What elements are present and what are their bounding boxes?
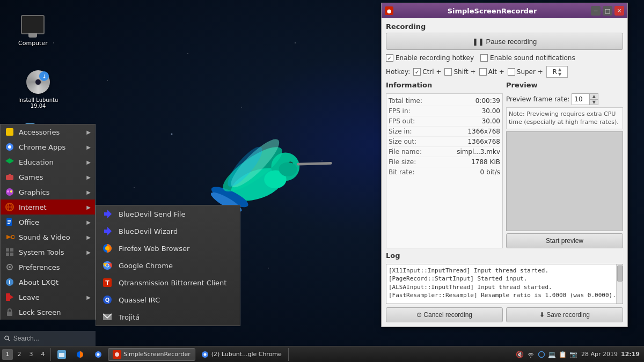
submenu-trojita[interactable]: Trojitá	[96, 308, 240, 326]
quassel-icon: Q	[101, 294, 113, 306]
recording-section: Recording ❚❚ Pause recording	[386, 23, 623, 50]
menu-item-office[interactable]: Office ▶	[1, 215, 95, 230]
svg-point-62	[538, 351, 544, 357]
workspace-1-button[interactable]: 1	[2, 349, 13, 360]
cancel-recording-button[interactable]: ⊙ Cancel recording	[386, 307, 503, 322]
browser2-taskbar-icon	[94, 350, 103, 359]
start-preview-button[interactable]: Start preview	[506, 233, 623, 248]
svg-text:Q: Q	[105, 297, 110, 303]
hotkey-shift-checkbox[interactable]	[444, 68, 452, 76]
chrome-apps-arrow: ▶	[86, 144, 91, 150]
info-file-size: File size: 1788 KiB	[389, 157, 500, 167]
svg-marker-15	[5, 158, 14, 164]
submenu-bluedevil-wizard[interactable]: BlueDevil Wizard	[96, 223, 240, 240]
workspace-2-button[interactable]: 2	[14, 349, 25, 360]
desktop-icon-computer[interactable]: Computer	[16, 10, 50, 49]
submenu-firefox[interactable]: Firefox Web Browser	[96, 240, 240, 257]
svg-rect-55	[59, 353, 64, 357]
install-arrow-icon: ↓	[39, 71, 49, 81]
ssr-window-buttons: ─ □ ✕	[591, 6, 624, 16]
svg-rect-31	[10, 248, 13, 252]
chrome-label: Google Chrome	[119, 262, 173, 270]
svg-point-18	[6, 188, 13, 196]
search-bar[interactable]	[0, 331, 96, 346]
accessories-arrow: ▶	[86, 129, 91, 135]
hotkey-alt-checkbox[interactable]	[479, 68, 487, 76]
chrome-taskbar-label: (2) Lubunt...gle Chrome	[211, 351, 282, 358]
taskbar-ssr-btn[interactable]: SimpleScreenRecorder	[108, 348, 195, 361]
app-menu: Accessories ▶ Chrome Apps ▶ Education ▶ …	[0, 124, 96, 320]
menu-item-preferences[interactable]: Preferences	[1, 260, 95, 275]
log-line-3: [ALSAInput::InputThread] Input thread st…	[389, 283, 620, 291]
menu-item-chrome-apps[interactable]: Chrome Apps ▶	[1, 139, 95, 154]
ssr-app-icon: ●	[385, 6, 393, 15]
quassel-label: Quassel IRC	[119, 296, 160, 304]
submenu-google-chrome[interactable]: Google Chrome	[96, 257, 240, 274]
hotkey-key-input[interactable]: R ▲▼	[546, 66, 568, 78]
enable-sound-checkbox[interactable]	[480, 54, 488, 62]
taskbar-browser1-btn[interactable]	[71, 348, 89, 361]
bluedevil-send-label: BlueDevil Send File	[119, 210, 185, 218]
menu-item-internet[interactable]: Internet ▶	[1, 200, 95, 215]
submenu-transmission[interactable]: T Qtransmission Bittorrent Client	[96, 274, 240, 291]
svg-point-49	[106, 264, 109, 267]
hotkey-ctrl: ✓ Ctrl +	[413, 68, 441, 76]
ssr-titlebar[interactable]: ● SimpleScreenRecorder ─ □ ✕	[382, 3, 627, 18]
log-scrollbar[interactable]	[616, 264, 623, 304]
tray-clipboard-icon[interactable]: 📋	[559, 350, 567, 359]
hotkey-super-checkbox[interactable]	[508, 68, 515, 76]
tray-globe-icon[interactable]	[537, 350, 546, 359]
enable-hotkey-checkbox[interactable]: ✓	[386, 54, 393, 62]
taskbar-chrome-btn[interactable]: (2) Lubunt...gle Chrome	[196, 348, 286, 361]
search-input[interactable]	[13, 335, 91, 342]
workspace-3-button[interactable]: 3	[26, 349, 36, 360]
menu-item-education[interactable]: Education ▶	[1, 154, 95, 169]
enable-sound-item: Enable sound notifications	[480, 54, 575, 62]
tray-laptop-icon[interactable]: 💻	[548, 350, 557, 359]
log-line-1: [X11Input::InputThread] Input thread sta…	[389, 267, 620, 275]
preview-rate-spinbox[interactable]: 10 ▲ ▼	[572, 93, 598, 105]
accessories-icon	[5, 127, 14, 137]
ssr-maximize-button[interactable]: □	[603, 6, 612, 16]
bluedevil-wizard-label: BlueDevil Wizard	[119, 227, 178, 235]
submenu-bluedevil-send[interactable]: BlueDevil Send File	[96, 205, 240, 223]
preview-section-label: Preview	[506, 81, 623, 89]
ssr-close-button[interactable]: ✕	[614, 6, 624, 16]
ssr-minimize-button[interactable]: ─	[591, 6, 601, 16]
taskbar-file-manager-btn[interactable]	[53, 348, 70, 361]
workspace-4-button[interactable]: 4	[38, 349, 48, 360]
menu-item-accessories[interactable]: Accessories ▶	[1, 124, 95, 139]
workspace-switcher: 1 2 3 4	[0, 349, 50, 360]
taskbar-browser2-btn[interactable]	[90, 348, 107, 361]
sound-video-icon	[5, 232, 14, 242]
spinbox-down-button[interactable]: ▼	[590, 100, 598, 105]
menu-item-sound-video[interactable]: Sound & Video ▶	[1, 230, 95, 245]
tray-audio-icon[interactable]: 🔇	[516, 350, 524, 359]
svg-rect-26	[8, 221, 11, 223]
hotkey-ctrl-checkbox[interactable]: ✓	[413, 68, 421, 76]
menu-item-graphics[interactable]: Graphics ▶	[1, 184, 95, 200]
menu-item-system-tools[interactable]: System Tools ▶	[1, 245, 95, 260]
menu-item-leave[interactable]: Leave ▶	[1, 290, 95, 305]
menu-item-about-lxqt[interactable]: i About LXQt	[1, 275, 95, 290]
spinbox-up-button[interactable]: ▲	[590, 94, 598, 100]
svg-point-19	[7, 190, 9, 193]
menu-item-lock-screen[interactable]: Lock Screen	[1, 305, 95, 320]
pause-recording-button[interactable]: ❚❚ Pause recording	[386, 33, 623, 50]
ssr-content: Recording ❚❚ Pause recording ✓ Enable re…	[382, 18, 627, 327]
submenu-quassel[interactable]: Q Quassel IRC	[96, 291, 240, 308]
svg-line-42	[8, 339, 10, 341]
desktop-icon-install-lubuntu[interactable]: ↓ Install Lubuntu 19.04	[16, 67, 60, 111]
log-scrollbar-thumb[interactable]	[617, 265, 623, 282]
tray-network-icon[interactable]	[526, 350, 535, 359]
log-label: Log	[386, 252, 623, 260]
save-recording-button[interactable]: ⬇ Save recording	[506, 307, 623, 322]
tray-camera-icon[interactable]: 📷	[569, 350, 578, 359]
enable-hotkey-item: ✓ Enable recording hotkey	[386, 54, 474, 62]
menu-item-games[interactable]: Games ▶	[1, 169, 95, 184]
svg-point-35	[9, 266, 11, 268]
desktop: Computer ↓ Install Lubuntu 19.04 Accesso…	[0, 0, 644, 362]
ssr-taskbar-icon	[113, 350, 121, 359]
transmission-icon: T	[101, 277, 113, 289]
options-row: ✓ Enable recording hotkey Enable sound n…	[386, 53, 623, 63]
